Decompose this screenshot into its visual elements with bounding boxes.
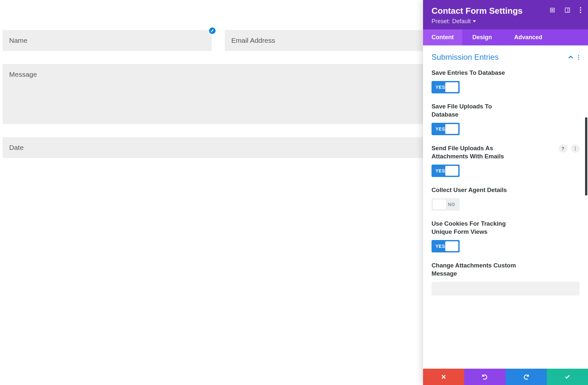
toggle-off-label: NO [448,202,455,207]
svg-point-12 [575,150,576,151]
toggle-knob [433,200,446,209]
setting-label: Change Attachments Custom Message [432,262,516,278]
email-field[interactable]: Email Address [225,30,434,51]
section-header[interactable]: Submission Entries [432,53,580,62]
svg-point-7 [578,55,579,56]
cancel-button[interactable] [423,369,464,385]
name-field[interactable]: Name [3,30,212,51]
toggle-save-file-uploads[interactable]: YES [432,123,460,135]
toggle-use-cookies[interactable]: YES [432,240,460,252]
toggle-send-attachments[interactable]: YES [432,165,460,177]
svg-point-4 [580,7,581,8]
svg-point-11 [575,148,576,149]
preset-prefix: Preset: [432,18,450,25]
svg-rect-2 [565,8,570,12]
section-more-vert-icon[interactable] [578,55,580,60]
toggle-on-label: YES [435,168,445,173]
setting-label: Send File Uploads As Attachments With Em… [432,144,516,161]
more-vert-icon[interactable] [580,7,581,13]
svg-point-6 [580,12,581,13]
panel-body: Submission Entries Save Entries To Datab… [423,45,588,369]
message-field[interactable]: Message [3,64,434,124]
email-placeholder: Email Address [231,37,275,44]
toggle-save-entries[interactable]: YES [432,81,460,93]
setting-more-vert-icon[interactable] [571,144,580,153]
tab-content[interactable]: Content [423,29,462,45]
panel-header: Contact Form Settings Preset: Default [423,0,588,29]
redo-icon [523,374,530,380]
help-icon[interactable]: ? [559,144,567,153]
svg-point-8 [578,56,579,57]
preset-value: Default [452,18,471,25]
section-title: Submission Entries [432,53,498,62]
toggle-knob [445,166,458,176]
chevron-up-icon[interactable] [568,55,573,59]
message-placeholder: Message [9,71,37,78]
name-placeholder: Name [9,37,27,44]
check-icon [564,374,571,380]
setting-label: Save Entries To Database [432,69,516,77]
settings-tabs: Content Design Advanced [423,29,588,45]
panel-footer [423,369,588,385]
confirm-button[interactable] [547,369,588,385]
toggle-knob [445,124,458,134]
toggle-collect-user-agent[interactable]: NO [432,198,460,211]
caret-down-icon [473,20,476,23]
panel-preset[interactable]: Preset: Default [432,18,580,25]
svg-point-5 [580,9,581,11]
setting-label: Collect User Agent Details [432,186,516,194]
svg-rect-1 [552,9,553,11]
toggle-knob [445,82,458,92]
setting-use-cookies: Use Cookies For Tracking Unique Form Vie… [432,220,580,252]
date-placeholder: Date [9,144,24,152]
svg-point-9 [578,58,579,59]
expand-icon[interactable] [549,7,555,13]
setting-label: Save File Uploads To Database [432,103,516,119]
setting-save-file-uploads: Save File Uploads To Database YES [432,103,580,135]
toggle-on-label: YES [435,244,445,249]
svg-point-10 [575,147,576,148]
toggle-knob [445,241,458,251]
undo-icon [482,374,488,380]
close-icon [441,374,447,380]
setting-label: Use Cookies For Tracking Unique Form Vie… [432,220,516,236]
scrollbar-thumb[interactable] [585,117,587,196]
layout-icon[interactable] [564,7,570,13]
tab-design[interactable]: Design [462,29,502,45]
svg-rect-0 [550,8,554,12]
edit-field-badge[interactable] [209,27,216,34]
toggle-on-label: YES [435,85,445,90]
custom-message-input[interactable] [432,282,580,296]
pencil-icon [211,29,214,32]
setting-custom-message: Change Attachments Custom Message [432,262,580,296]
undo-button[interactable] [464,369,505,385]
setting-save-entries: Save Entries To Database YES [432,69,580,93]
setting-send-attachments: Send File Uploads As Attachments With Em… [432,144,580,177]
redo-button[interactable] [506,369,547,385]
toggle-on-label: YES [435,126,445,132]
settings-panel: Contact Form Settings Preset: Default Co… [423,0,588,385]
setting-collect-user-agent: Collect User Agent Details NO [432,186,580,211]
tab-advanced[interactable]: Advanced [502,29,554,45]
date-field[interactable]: Date [3,137,434,158]
